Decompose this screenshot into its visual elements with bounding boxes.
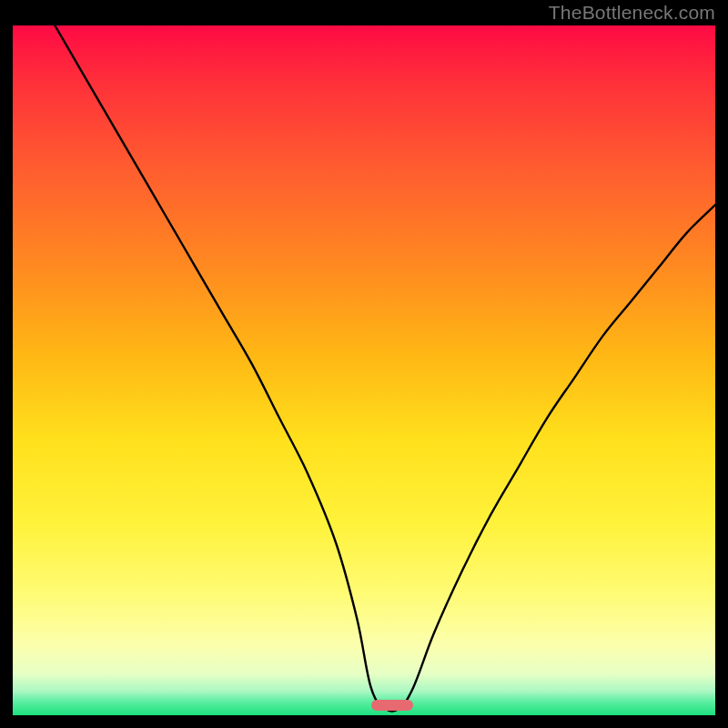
optimum-marker-pill bbox=[371, 700, 413, 711]
bottleneck-curve-path bbox=[55, 25, 715, 712]
chart-frame: TheBottleneck.com bbox=[0, 0, 728, 728]
watermark-text: TheBottleneck.com bbox=[549, 2, 715, 24]
curve-layer bbox=[13, 25, 715, 715]
plot-area bbox=[13, 25, 715, 715]
